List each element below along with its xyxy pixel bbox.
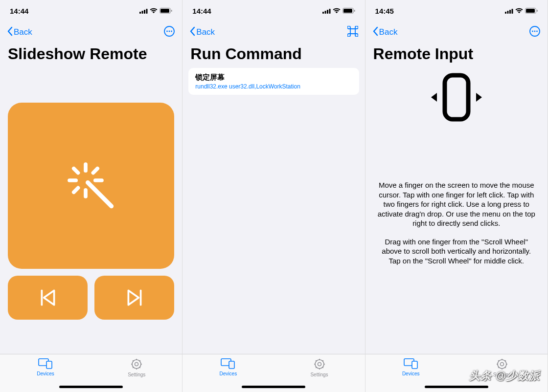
svg-rect-2 <box>144 10 145 14</box>
svg-rect-3 <box>146 9 148 14</box>
status-icons <box>505 7 538 15</box>
svg-rect-36 <box>329 9 330 14</box>
ellipsis-circle-icon <box>529 25 541 37</box>
tab-devices-label: Devices <box>220 371 237 376</box>
svg-rect-52 <box>505 12 506 14</box>
remote-input-body[interactable]: Move a finger on the screen to move the … <box>365 68 548 354</box>
svg-rect-58 <box>537 10 538 12</box>
svg-rect-0 <box>139 12 141 14</box>
svg-point-67 <box>500 363 503 366</box>
page-title: Slideshow Remote <box>0 43 182 68</box>
tab-devices-label: Devices <box>402 371 420 376</box>
svg-point-60 <box>532 31 533 32</box>
next-slide-button[interactable] <box>94 276 174 320</box>
wifi-icon <box>150 7 158 15</box>
svg-rect-53 <box>507 11 508 14</box>
svg-rect-5 <box>160 9 169 13</box>
status-time: 14:44 <box>192 7 322 15</box>
tab-devices-label: Devices <box>37 371 54 376</box>
screen-run-command: 14:44 Back Run Command 锁定屏幕 rundll32.exe… <box>183 0 365 392</box>
svg-rect-63 <box>445 75 468 119</box>
laser-pointer-button[interactable] <box>8 103 174 269</box>
back-button[interactable]: Back <box>372 26 398 39</box>
gear-icon <box>314 358 325 371</box>
nav-bar: Back <box>0 22 182 43</box>
nav-bar: Back <box>365 22 548 43</box>
wifi-icon <box>333 7 341 15</box>
signal-icon <box>139 7 148 15</box>
command-title: 锁定屏幕 <box>195 73 352 82</box>
status-bar: 14:44 <box>183 0 365 22</box>
svg-rect-57 <box>526 9 535 13</box>
slideshow-controls <box>0 68 182 354</box>
instructions: Move a finger on the screen to move the … <box>377 180 536 274</box>
back-label: Back <box>14 27 32 37</box>
svg-line-12 <box>74 168 78 173</box>
svg-rect-55 <box>511 9 513 14</box>
back-label: Back <box>379 27 398 37</box>
status-time: 14:44 <box>10 7 139 15</box>
tab-settings-label: Settings <box>128 372 145 377</box>
screen-slideshow: 14:44 Back Slideshow Remote <box>0 0 183 392</box>
more-button[interactable] <box>163 25 175 39</box>
home-indicator[interactable] <box>242 386 305 388</box>
back-button[interactable]: Back <box>189 26 215 39</box>
devices-icon <box>221 358 235 370</box>
command-list: 锁定屏幕 rundll32.exe user32.dll,LockWorkSta… <box>183 68 365 95</box>
phone-outline-icon <box>442 73 471 122</box>
chevron-left-icon <box>372 26 378 39</box>
svg-rect-39 <box>354 10 355 12</box>
instructions-paragraph-1: Move a finger on the screen to move the … <box>377 180 536 228</box>
tab-settings-label: Settings <box>310 372 328 377</box>
triangle-left-icon <box>430 91 438 103</box>
svg-point-24 <box>135 363 138 366</box>
svg-point-10 <box>171 31 172 32</box>
svg-rect-54 <box>509 10 511 14</box>
svg-rect-65 <box>412 361 417 369</box>
svg-line-16 <box>93 168 98 173</box>
devices-icon <box>38 358 53 370</box>
svg-point-62 <box>536 31 538 32</box>
status-icons <box>322 7 355 15</box>
chevron-left-icon <box>7 26 13 39</box>
svg-rect-38 <box>343 9 352 13</box>
signal-icon <box>322 7 331 15</box>
svg-rect-41 <box>229 361 234 369</box>
command-item-lock-screen[interactable]: 锁定屏幕 rundll32.exe user32.dll,LockWorkSta… <box>188 68 359 95</box>
home-indicator[interactable] <box>59 386 123 388</box>
screen-remote-input: 14:45 Back Remote Input Move a finger on… <box>365 0 548 392</box>
skip-forward-icon <box>124 287 145 308</box>
battery-icon <box>342 7 355 15</box>
battery-icon <box>160 7 172 15</box>
previous-slide-button[interactable] <box>8 276 88 320</box>
svg-rect-33 <box>322 12 324 14</box>
gear-icon <box>131 358 142 371</box>
more-button[interactable] <box>529 25 541 39</box>
status-bar: 14:45 <box>365 0 548 22</box>
svg-line-14 <box>74 188 78 192</box>
svg-point-43 <box>318 363 321 366</box>
devices-icon <box>404 358 418 370</box>
scroll-wheel[interactable] <box>430 73 483 122</box>
back-label: Back <box>196 27 215 37</box>
watermark: 头条 @少数派 <box>469 369 540 383</box>
status-time: 14:45 <box>375 7 505 15</box>
page-title: Remote Input <box>365 43 548 68</box>
status-bar: 14:44 <box>0 0 182 22</box>
back-button[interactable]: Back <box>7 26 32 39</box>
spacer <box>183 95 365 354</box>
svg-line-18 <box>88 182 112 206</box>
instructions-paragraph-2: Drag with one finger from the "Scroll Wh… <box>377 237 536 266</box>
svg-rect-22 <box>46 361 52 369</box>
chevron-left-icon <box>189 26 195 39</box>
signal-icon <box>505 7 513 15</box>
svg-rect-35 <box>327 10 328 14</box>
svg-rect-34 <box>324 11 326 14</box>
command-icon <box>347 26 358 37</box>
home-indicator[interactable] <box>425 386 488 388</box>
svg-point-9 <box>169 31 170 32</box>
page-title: Run Command <box>183 43 365 68</box>
keyboard-shortcut-button[interactable] <box>347 26 358 39</box>
skip-back-icon <box>38 287 58 308</box>
wifi-icon <box>515 7 523 15</box>
